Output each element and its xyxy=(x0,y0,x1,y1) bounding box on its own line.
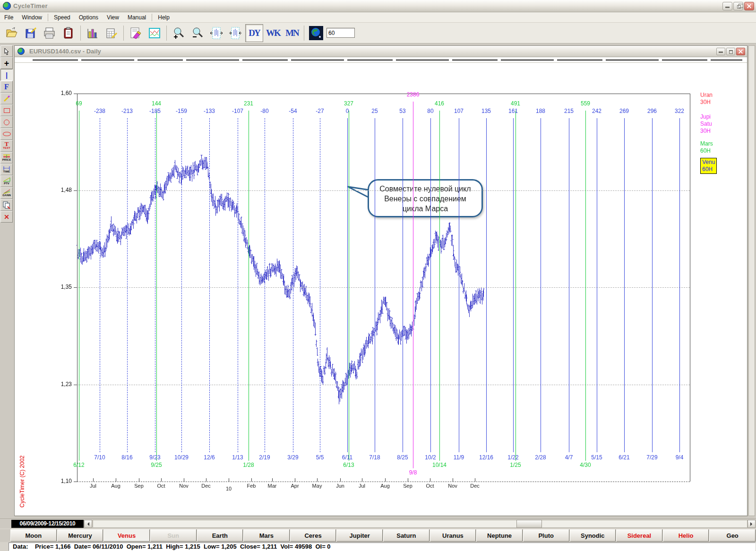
tool-label: PTV xyxy=(4,182,9,185)
tool-delete[interactable]: ✕ xyxy=(0,211,13,223)
compress-bars-button[interactable] xyxy=(226,24,244,42)
tab-helio[interactable]: Helio xyxy=(663,529,709,542)
minimize-button[interactable] xyxy=(722,2,732,10)
fibonacci-icon: F xyxy=(4,84,9,90)
restore-button[interactable] xyxy=(733,2,743,10)
scrollbar-track[interactable] xyxy=(93,520,747,528)
vertical-scrollbar[interactable] xyxy=(748,45,755,516)
tab-earth[interactable]: Earth xyxy=(197,529,243,542)
scroll-left-button[interactable] xyxy=(84,520,92,528)
tab-pluto[interactable]: Pluto xyxy=(523,529,569,542)
tool-copy[interactable] xyxy=(0,199,13,211)
zoom-in-button[interactable] xyxy=(170,24,188,42)
tab-saturn[interactable]: Saturn xyxy=(383,529,430,542)
menubar: File Window Speed Options View Manual He… xyxy=(0,12,756,23)
menu-speed[interactable]: Speed xyxy=(50,13,75,22)
tool-label: GANN xyxy=(2,194,11,197)
chart-edit-button[interactable] xyxy=(127,24,145,42)
chart-window: EURUSD1440.csv - Daily xyxy=(14,45,747,516)
menu-manual[interactable]: Manual xyxy=(123,13,150,22)
open-button[interactable] xyxy=(3,24,21,42)
toolbar-separator xyxy=(123,26,124,41)
save-floppy-icon xyxy=(25,27,37,39)
tab-synodic[interactable]: Synodic xyxy=(570,529,616,542)
scrollbar-thumb[interactable] xyxy=(516,520,542,528)
tab-ceres[interactable]: Ceres xyxy=(290,529,336,542)
chart-window-controls xyxy=(716,48,745,55)
tool-gann[interactable]: GANN xyxy=(0,187,13,199)
chart-grid-button[interactable] xyxy=(146,24,163,42)
chart-maximize-button[interactable] xyxy=(726,48,735,55)
tool-crosshair[interactable]: + xyxy=(0,57,13,69)
tab-sun[interactable]: Sun xyxy=(150,529,197,542)
tab-uranus[interactable]: Uranus xyxy=(430,529,476,542)
chart-close-button[interactable] xyxy=(736,48,745,55)
compress-bars-icon xyxy=(229,26,242,40)
crosshair-icon: + xyxy=(4,60,9,67)
zoom-in-icon xyxy=(172,27,185,39)
ptv-tool-icon xyxy=(3,177,10,182)
expand-bars-button[interactable] xyxy=(207,24,225,42)
monthly-timeframe-button[interactable]: MN xyxy=(283,24,301,42)
tool-ptv[interactable]: PTV xyxy=(0,175,13,187)
tool-label: TIME xyxy=(3,170,10,173)
rectangle-icon xyxy=(4,108,10,113)
tool-circle[interactable] xyxy=(0,116,13,128)
app-title: CycleTimer xyxy=(13,2,48,9)
tab-geo[interactable]: Geo xyxy=(709,529,756,542)
tool-time[interactable]: TIME xyxy=(0,164,13,175)
circle-icon xyxy=(4,120,9,125)
tool-rectangle[interactable] xyxy=(0,104,13,116)
tab-venus[interactable]: Venus xyxy=(103,529,150,542)
tool-ellipse[interactable] xyxy=(0,128,13,140)
chart-minimize-button[interactable] xyxy=(716,48,725,55)
bar-chart-button[interactable] xyxy=(84,24,102,42)
open-folder-icon xyxy=(6,27,18,39)
tool-vertical-line[interactable]: | xyxy=(0,69,13,81)
menu-options[interactable]: Options xyxy=(75,13,103,22)
close-button[interactable] xyxy=(744,2,754,10)
menu-separator xyxy=(152,14,152,21)
chart-plot-area[interactable] xyxy=(15,63,747,516)
tab-moon[interactable]: Moon xyxy=(10,529,57,542)
toolbar-separator xyxy=(166,26,167,41)
period-input[interactable] xyxy=(326,28,355,38)
clipboard-button[interactable] xyxy=(60,24,77,42)
tab-mercury[interactable]: Mercury xyxy=(57,529,103,542)
ellipse-icon xyxy=(3,132,11,136)
zoom-out-button[interactable] xyxy=(189,24,206,42)
tab-neptune[interactable]: Neptune xyxy=(476,529,523,542)
menu-window[interactable]: Window xyxy=(17,13,46,22)
tab-jupiter[interactable]: Jupiter xyxy=(336,529,383,542)
tab-mars[interactable]: Mars xyxy=(243,529,290,542)
menu-separator xyxy=(48,14,48,21)
pointer-icon xyxy=(3,48,10,55)
expand-bars-icon xyxy=(210,26,223,40)
tool-text[interactable]: TTEXT xyxy=(0,140,13,152)
planet-globe-button[interactable] xyxy=(307,24,325,42)
planet-tabs: MoonMercuryVenusSunEarthMarsCeresJupiter… xyxy=(0,529,756,542)
print-button[interactable] xyxy=(41,24,59,42)
restore-icon xyxy=(737,5,741,9)
menu-file[interactable]: File xyxy=(0,13,17,22)
scroll-right-button[interactable] xyxy=(747,520,756,528)
tool-pencil[interactable] xyxy=(0,93,13,104)
tab-sidereal[interactable]: Sidereal xyxy=(616,529,662,542)
calculator-button[interactable] xyxy=(103,24,120,42)
drawing-tool-palette: +|FTTEXTPRICETIMEPTVGANN✕ xyxy=(0,45,13,223)
weekly-timeframe-button[interactable]: WK xyxy=(264,24,282,42)
app-globe-icon xyxy=(3,2,11,10)
right-arrow-icon xyxy=(750,522,754,526)
tool-fibonacci[interactable]: F xyxy=(0,81,13,93)
globe-space-icon xyxy=(309,26,323,40)
minimize-icon xyxy=(719,52,723,53)
menu-help[interactable]: Help xyxy=(154,13,174,22)
copy-icon xyxy=(3,201,10,209)
calculator-icon xyxy=(105,27,118,39)
save-button[interactable] xyxy=(22,24,40,42)
toolbar-separator xyxy=(304,26,304,41)
menu-view[interactable]: View xyxy=(103,13,123,22)
tool-pointer[interactable] xyxy=(0,45,13,57)
daily-timeframe-button[interactable]: DY xyxy=(245,24,263,42)
tool-price[interactable]: PRICE xyxy=(0,152,13,164)
